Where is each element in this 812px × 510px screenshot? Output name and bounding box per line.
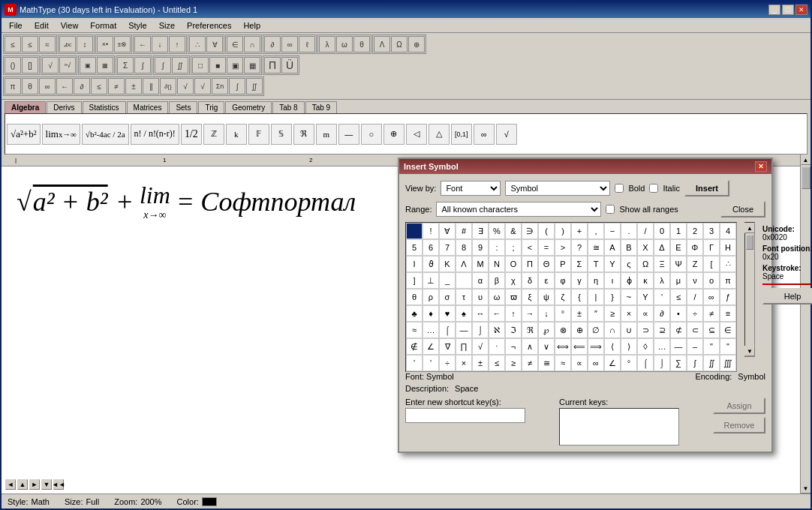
symbol-cell-56[interactable]: Ψ [670, 256, 687, 272]
symbol-cell-104[interactable]: ↔ [472, 305, 489, 322]
symbol-cell-159[interactable]: " [720, 338, 736, 355]
bold-checkbox[interactable] [615, 184, 624, 193]
symbol-cell-3[interactable]: # [456, 223, 472, 239]
symbol-cell-63[interactable] [456, 272, 472, 289]
tb-superscript[interactable]: ₐbc [59, 36, 76, 52]
symbol-cell-89[interactable]: ζ [555, 289, 571, 305]
symbol-cell-36[interactable]: Ε [670, 239, 687, 256]
symbol-cell-18[interactable]: 3 [703, 223, 720, 239]
symbol-cell-30[interactable]: ? [571, 239, 588, 256]
tb-box3[interactable]: ▣ [227, 57, 243, 74]
tb-theta[interactable]: θ [353, 36, 370, 52]
tb-oplus[interactable]: ⊕ [408, 36, 425, 52]
tb-box4[interactable]: ▦ [244, 57, 260, 74]
symbol-cell-11[interactable]: , [588, 223, 604, 239]
tab-8[interactable]: Tab 8 [272, 101, 304, 113]
tb-leq[interactable]: ≤ [5, 36, 21, 52]
symbol-cell-189[interactable]: ∷ [555, 371, 571, 372]
symbol-cell-108[interactable]: ↓ [538, 305, 555, 322]
symbol-cell-98[interactable]: ∞ [703, 289, 720, 305]
font-value-select[interactable]: Symbol [505, 181, 610, 196]
symbol-cell-145[interactable]: ⋅ [489, 338, 505, 355]
grid-scroll-thumb[interactable] [746, 235, 753, 250]
tmpl-limit[interactable]: limx→∞ [42, 124, 80, 145]
tb-int2[interactable]: ∫ [229, 78, 245, 94]
symbol-cell-81[interactable]: ρ [423, 289, 439, 305]
shortcut-input[interactable] [405, 408, 525, 423]
symbol-cell-151[interactable]: ⟹ [588, 338, 604, 355]
symbol-cell-39[interactable]: Η [720, 239, 736, 256]
tmpl-fraction[interactable]: 1/2 [181, 124, 202, 145]
symbol-cell-61[interactable]: ⊥ [423, 272, 439, 289]
symbol-cell-163[interactable]: × [456, 355, 472, 371]
symbol-cell-4[interactable]: ∃ [472, 223, 489, 239]
tmpl-fraktur[interactable]: ℜ [293, 124, 314, 145]
symbol-cell-31[interactable]: ≅ [588, 239, 604, 256]
tb-matrix2[interactable]: ▦ [97, 57, 113, 74]
symbol-cell-188[interactable]: ∶ [538, 371, 555, 372]
tb-sqrt3[interactable]: √ [194, 78, 211, 94]
symbol-cell-84[interactable]: υ [472, 289, 489, 305]
scroll-thumb[interactable] [801, 166, 810, 189]
symbol-cell-95[interactable]: ' [654, 289, 670, 305]
tb-ne[interactable]: ≠ [108, 78, 125, 94]
symbol-cell-174[interactable]: ⌠ [637, 355, 654, 371]
assign-button[interactable]: Assign [713, 398, 765, 414]
menu-preferences[interactable]: Preferences [181, 20, 237, 32]
symbol-cell-132[interactable]: ∩ [604, 322, 621, 338]
symbol-cell-21[interactable]: 6 [423, 239, 439, 256]
tab-9[interactable]: Tab 9 [305, 101, 337, 113]
symbol-cell-138[interactable]: ⊆ [703, 322, 720, 338]
symbol-cell-153[interactable]: ⟩ [621, 338, 637, 355]
symbol-cell-87[interactable]: ξ [522, 289, 538, 305]
symbol-cell-146[interactable]: ¬ [505, 338, 522, 355]
tmpl-F[interactable]: 𝔽 [248, 124, 269, 145]
tb-partial[interactable]: ∂ [264, 36, 281, 52]
symbol-cell-44[interactable]: Μ [472, 256, 489, 272]
symbol-cell-162[interactable]: ÷ [439, 355, 456, 371]
symbol-cell-196[interactable]: ∾ [670, 371, 687, 372]
help-button[interactable]: Help [762, 288, 812, 304]
symbol-cell-154[interactable]: ◊ [637, 338, 654, 355]
tb-pm-ops[interactable]: ±⊗ [114, 36, 131, 52]
tmpl-z[interactable]: ℤ [203, 124, 224, 145]
tb-int3[interactable]: ∬ [246, 78, 263, 94]
tb-box1[interactable]: □ [192, 57, 209, 74]
symbol-cell-118[interactable]: ≠ [703, 305, 720, 322]
symbol-cell-79[interactable]: π [720, 272, 736, 289]
symbol-cell-125[interactable]: ℵ [489, 322, 505, 338]
symbol-cell-49[interactable]: Ρ [555, 256, 571, 272]
tb-leq2[interactable]: ≤ [22, 36, 38, 52]
symbol-cell-59[interactable]: ∴ [720, 256, 736, 272]
symbol-cell-71[interactable]: η [588, 272, 604, 289]
symbol-cell-99[interactable]: ƒ [720, 289, 736, 305]
symbol-cell-43[interactable]: Λ [456, 256, 472, 272]
symbol-cell-13[interactable]: . [621, 223, 637, 239]
symbol-cell-16[interactable]: 1 [670, 223, 687, 239]
symbol-cell-168[interactable]: ≅ [538, 355, 555, 371]
tb-arrows2[interactable]: ← [134, 36, 151, 52]
cursor-btn-3[interactable]: ► [29, 479, 40, 490]
symbol-cell-40[interactable]: Ι [406, 256, 423, 272]
symbol-cell-34[interactable]: Χ [637, 239, 654, 256]
tb-pm[interactable]: ± [125, 78, 142, 94]
symbol-cell-93[interactable]: ~ [621, 289, 637, 305]
tb-therefore[interactable]: ∴ [189, 36, 206, 52]
symbol-cell-1[interactable]: ! [423, 223, 439, 239]
symbol-cell-9[interactable]: ) [555, 223, 571, 239]
tb-Pi[interactable]: Π [264, 57, 281, 74]
symbol-cell-78[interactable]: ο [703, 272, 720, 289]
symbol-cell-194[interactable]: ∼ [637, 371, 654, 372]
symbol-cell-126[interactable]: ℑ [505, 322, 522, 338]
symbol-cell-106[interactable]: ↑ [505, 305, 522, 322]
symbol-cell-119[interactable]: ≡ [720, 305, 736, 322]
symbol-cell-157[interactable]: – [687, 338, 703, 355]
symbol-cell-185[interactable]: ∳ [489, 371, 505, 372]
symbol-cell-120[interactable]: ≈ [406, 322, 423, 338]
symbol-cell-130[interactable]: ⊕ [571, 322, 588, 338]
symbol-cell-86[interactable]: ϖ [505, 289, 522, 305]
symbol-cell-74[interactable]: κ [637, 272, 654, 289]
symbol-cell-91[interactable]: | [588, 289, 604, 305]
symbol-cell-52[interactable]: Υ [604, 256, 621, 272]
tb-sqrt2[interactable]: √ [177, 78, 194, 94]
